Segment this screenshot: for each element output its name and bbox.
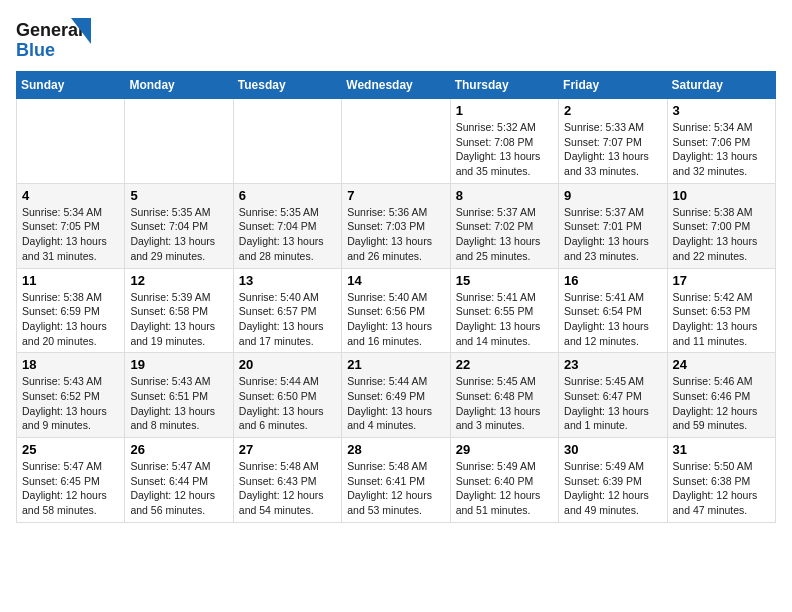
calendar-cell: 25Sunrise: 5:47 AMSunset: 6:45 PMDayligh…	[17, 438, 125, 523]
day-number: 17	[673, 273, 770, 288]
calendar-header: SundayMondayTuesdayWednesdayThursdayFrid…	[17, 72, 776, 99]
calendar-cell: 12Sunrise: 5:39 AMSunset: 6:58 PMDayligh…	[125, 268, 233, 353]
cell-content: Sunrise: 5:47 AMSunset: 6:45 PMDaylight:…	[22, 459, 119, 518]
cell-content: Sunrise: 5:44 AMSunset: 6:49 PMDaylight:…	[347, 374, 444, 433]
calendar-cell: 21Sunrise: 5:44 AMSunset: 6:49 PMDayligh…	[342, 353, 450, 438]
day-number: 14	[347, 273, 444, 288]
calendar-cell: 11Sunrise: 5:38 AMSunset: 6:59 PMDayligh…	[17, 268, 125, 353]
cell-content: Sunrise: 5:34 AMSunset: 7:05 PMDaylight:…	[22, 205, 119, 264]
cell-content: Sunrise: 5:50 AMSunset: 6:38 PMDaylight:…	[673, 459, 770, 518]
cell-content: Sunrise: 5:42 AMSunset: 6:53 PMDaylight:…	[673, 290, 770, 349]
calendar-cell: 3Sunrise: 5:34 AMSunset: 7:06 PMDaylight…	[667, 99, 775, 184]
cell-content: Sunrise: 5:40 AMSunset: 6:56 PMDaylight:…	[347, 290, 444, 349]
day-number: 30	[564, 442, 661, 457]
day-number: 23	[564, 357, 661, 372]
cell-content: Sunrise: 5:38 AMSunset: 7:00 PMDaylight:…	[673, 205, 770, 264]
svg-text:Blue: Blue	[16, 40, 55, 60]
week-row-3: 11Sunrise: 5:38 AMSunset: 6:59 PMDayligh…	[17, 268, 776, 353]
calendar-cell: 7Sunrise: 5:36 AMSunset: 7:03 PMDaylight…	[342, 183, 450, 268]
cell-content: Sunrise: 5:37 AMSunset: 7:02 PMDaylight:…	[456, 205, 553, 264]
logo: GeneralBlue	[16, 16, 96, 61]
calendar-cell	[342, 99, 450, 184]
week-row-4: 18Sunrise: 5:43 AMSunset: 6:52 PMDayligh…	[17, 353, 776, 438]
day-number: 12	[130, 273, 227, 288]
day-number: 20	[239, 357, 336, 372]
calendar-cell: 16Sunrise: 5:41 AMSunset: 6:54 PMDayligh…	[559, 268, 667, 353]
cell-content: Sunrise: 5:33 AMSunset: 7:07 PMDaylight:…	[564, 120, 661, 179]
cell-content: Sunrise: 5:44 AMSunset: 6:50 PMDaylight:…	[239, 374, 336, 433]
calendar-cell	[125, 99, 233, 184]
day-number: 1	[456, 103, 553, 118]
cell-content: Sunrise: 5:43 AMSunset: 6:51 PMDaylight:…	[130, 374, 227, 433]
calendar-table: SundayMondayTuesdayWednesdayThursdayFrid…	[16, 71, 776, 523]
weekday-header-sunday: Sunday	[17, 72, 125, 99]
day-number: 31	[673, 442, 770, 457]
calendar-cell: 14Sunrise: 5:40 AMSunset: 6:56 PMDayligh…	[342, 268, 450, 353]
day-number: 16	[564, 273, 661, 288]
day-number: 5	[130, 188, 227, 203]
cell-content: Sunrise: 5:45 AMSunset: 6:47 PMDaylight:…	[564, 374, 661, 433]
day-number: 26	[130, 442, 227, 457]
day-number: 27	[239, 442, 336, 457]
calendar-cell: 23Sunrise: 5:45 AMSunset: 6:47 PMDayligh…	[559, 353, 667, 438]
cell-content: Sunrise: 5:43 AMSunset: 6:52 PMDaylight:…	[22, 374, 119, 433]
day-number: 10	[673, 188, 770, 203]
calendar-cell: 19Sunrise: 5:43 AMSunset: 6:51 PMDayligh…	[125, 353, 233, 438]
cell-content: Sunrise: 5:41 AMSunset: 6:55 PMDaylight:…	[456, 290, 553, 349]
calendar-cell: 24Sunrise: 5:46 AMSunset: 6:46 PMDayligh…	[667, 353, 775, 438]
day-number: 7	[347, 188, 444, 203]
cell-content: Sunrise: 5:37 AMSunset: 7:01 PMDaylight:…	[564, 205, 661, 264]
weekday-header-saturday: Saturday	[667, 72, 775, 99]
day-number: 22	[456, 357, 553, 372]
cell-content: Sunrise: 5:45 AMSunset: 6:48 PMDaylight:…	[456, 374, 553, 433]
day-number: 29	[456, 442, 553, 457]
cell-content: Sunrise: 5:47 AMSunset: 6:44 PMDaylight:…	[130, 459, 227, 518]
weekday-header-wednesday: Wednesday	[342, 72, 450, 99]
calendar-cell: 22Sunrise: 5:45 AMSunset: 6:48 PMDayligh…	[450, 353, 558, 438]
cell-content: Sunrise: 5:39 AMSunset: 6:58 PMDaylight:…	[130, 290, 227, 349]
calendar-cell: 4Sunrise: 5:34 AMSunset: 7:05 PMDaylight…	[17, 183, 125, 268]
cell-content: Sunrise: 5:49 AMSunset: 6:39 PMDaylight:…	[564, 459, 661, 518]
calendar-cell: 15Sunrise: 5:41 AMSunset: 6:55 PMDayligh…	[450, 268, 558, 353]
cell-content: Sunrise: 5:40 AMSunset: 6:57 PMDaylight:…	[239, 290, 336, 349]
calendar-cell: 31Sunrise: 5:50 AMSunset: 6:38 PMDayligh…	[667, 438, 775, 523]
cell-content: Sunrise: 5:32 AMSunset: 7:08 PMDaylight:…	[456, 120, 553, 179]
svg-text:General: General	[16, 20, 83, 40]
calendar-cell: 2Sunrise: 5:33 AMSunset: 7:07 PMDaylight…	[559, 99, 667, 184]
calendar-body: 1Sunrise: 5:32 AMSunset: 7:08 PMDaylight…	[17, 99, 776, 523]
calendar-cell: 30Sunrise: 5:49 AMSunset: 6:39 PMDayligh…	[559, 438, 667, 523]
cell-content: Sunrise: 5:48 AMSunset: 6:43 PMDaylight:…	[239, 459, 336, 518]
day-number: 4	[22, 188, 119, 203]
day-number: 15	[456, 273, 553, 288]
calendar-cell: 1Sunrise: 5:32 AMSunset: 7:08 PMDaylight…	[450, 99, 558, 184]
day-number: 2	[564, 103, 661, 118]
cell-content: Sunrise: 5:48 AMSunset: 6:41 PMDaylight:…	[347, 459, 444, 518]
calendar-cell: 10Sunrise: 5:38 AMSunset: 7:00 PMDayligh…	[667, 183, 775, 268]
cell-content: Sunrise: 5:46 AMSunset: 6:46 PMDaylight:…	[673, 374, 770, 433]
calendar-cell	[233, 99, 341, 184]
calendar-cell: 9Sunrise: 5:37 AMSunset: 7:01 PMDaylight…	[559, 183, 667, 268]
week-row-2: 4Sunrise: 5:34 AMSunset: 7:05 PMDaylight…	[17, 183, 776, 268]
cell-content: Sunrise: 5:35 AMSunset: 7:04 PMDaylight:…	[130, 205, 227, 264]
day-number: 25	[22, 442, 119, 457]
week-row-5: 25Sunrise: 5:47 AMSunset: 6:45 PMDayligh…	[17, 438, 776, 523]
cell-content: Sunrise: 5:41 AMSunset: 6:54 PMDaylight:…	[564, 290, 661, 349]
day-number: 18	[22, 357, 119, 372]
calendar-cell: 17Sunrise: 5:42 AMSunset: 6:53 PMDayligh…	[667, 268, 775, 353]
calendar-cell: 5Sunrise: 5:35 AMSunset: 7:04 PMDaylight…	[125, 183, 233, 268]
weekday-header-tuesday: Tuesday	[233, 72, 341, 99]
calendar-cell: 8Sunrise: 5:37 AMSunset: 7:02 PMDaylight…	[450, 183, 558, 268]
day-number: 28	[347, 442, 444, 457]
calendar-cell: 29Sunrise: 5:49 AMSunset: 6:40 PMDayligh…	[450, 438, 558, 523]
weekday-header-thursday: Thursday	[450, 72, 558, 99]
day-number: 13	[239, 273, 336, 288]
day-number: 9	[564, 188, 661, 203]
day-number: 3	[673, 103, 770, 118]
weekday-header-friday: Friday	[559, 72, 667, 99]
day-number: 24	[673, 357, 770, 372]
logo-icon: GeneralBlue	[16, 16, 96, 61]
cell-content: Sunrise: 5:34 AMSunset: 7:06 PMDaylight:…	[673, 120, 770, 179]
cell-content: Sunrise: 5:38 AMSunset: 6:59 PMDaylight:…	[22, 290, 119, 349]
day-number: 11	[22, 273, 119, 288]
weekday-header-row: SundayMondayTuesdayWednesdayThursdayFrid…	[17, 72, 776, 99]
